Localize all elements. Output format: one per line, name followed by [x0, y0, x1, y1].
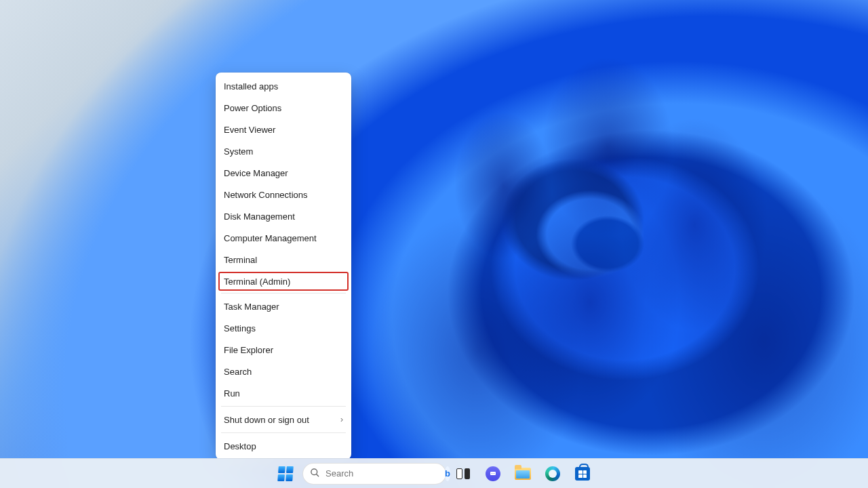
menu-separator: [221, 432, 346, 433]
desktop-wallpaper: [0, 0, 868, 488]
menu-separator: [221, 406, 346, 407]
svg-point-4: [494, 472, 494, 473]
search-input[interactable]: [326, 468, 439, 479]
menu-item-label: System: [224, 146, 253, 157]
menu-item-label: Shut down or sign out: [224, 415, 309, 425]
file-explorer-button[interactable]: [510, 461, 536, 487]
search-icon: [310, 468, 320, 480]
edge-icon: [545, 466, 560, 481]
chat-icon: [486, 466, 500, 481]
menu-desktop[interactable]: Desktop: [216, 435, 351, 457]
menu-item-label: Run: [224, 388, 240, 399]
menu-computer-management[interactable]: Computer Management: [216, 227, 351, 249]
menu-item-label: Task Manager: [224, 302, 279, 312]
search-box[interactable]: b: [302, 463, 446, 485]
chat-button[interactable]: [480, 461, 506, 487]
menu-shutdown-signout[interactable]: Shut down or sign out›: [216, 409, 351, 430]
menu-item-label: Disk Management: [224, 211, 295, 222]
edge-button[interactable]: [540, 461, 566, 487]
microsoft-store-icon: [575, 467, 590, 481]
menu-item-label: Power Options: [224, 103, 281, 113]
menu-terminal[interactable]: Terminal: [216, 249, 351, 270]
menu-item-label: Terminal: [224, 255, 257, 265]
menu-task-manager[interactable]: Task Manager: [216, 296, 351, 317]
menu-run[interactable]: Run: [216, 382, 351, 404]
bing-icon: b: [445, 466, 450, 481]
start-button[interactable]: [273, 461, 298, 487]
menu-item-label: File Explorer: [224, 345, 273, 355]
winx-power-user-menu: Installed appsPower OptionsEvent ViewerS…: [216, 73, 351, 460]
menu-network-connections[interactable]: Network Connections: [216, 184, 351, 205]
menu-separator: [221, 293, 346, 293]
microsoft-store-button[interactable]: [570, 461, 595, 487]
task-view-icon: [456, 468, 470, 479]
menu-item-label: Settings: [224, 323, 256, 333]
svg-point-0: [311, 468, 317, 474]
menu-disk-management[interactable]: Disk Management: [216, 205, 351, 227]
menu-installed-apps[interactable]: Installed apps: [216, 75, 351, 97]
menu-item-label: Installed apps: [224, 81, 278, 92]
chevron-right-icon: ›: [340, 415, 343, 424]
svg-line-1: [317, 474, 319, 476]
menu-item-label: Computer Management: [224, 233, 317, 243]
menu-item-label: Search: [224, 367, 252, 377]
menu-settings[interactable]: Settings: [216, 317, 351, 339]
menu-event-viewer[interactable]: Event Viewer: [216, 119, 351, 140]
svg-rect-2: [490, 472, 496, 475]
menu-power-options[interactable]: Power Options: [216, 97, 351, 119]
menu-item-label: Device Manager: [224, 168, 288, 178]
svg-point-3: [492, 472, 492, 473]
menu-item-label: Network Connections: [224, 190, 308, 200]
task-view-button[interactable]: [450, 461, 476, 487]
menu-file-explorer[interactable]: File Explorer: [216, 339, 351, 361]
windows-logo-icon: [277, 466, 294, 481]
file-explorer-icon: [515, 468, 531, 480]
menu-device-manager[interactable]: Device Manager: [216, 162, 351, 184]
menu-terminal-admin[interactable]: Terminal (Admin): [218, 272, 349, 291]
menu-system[interactable]: System: [216, 140, 351, 162]
menu-item-label: Desktop: [224, 441, 256, 451]
menu-item-label: Terminal (Admin): [224, 277, 290, 287]
menu-item-label: Event Viewer: [224, 125, 275, 135]
menu-search[interactable]: Search: [216, 361, 351, 382]
taskbar: b: [0, 458, 868, 488]
